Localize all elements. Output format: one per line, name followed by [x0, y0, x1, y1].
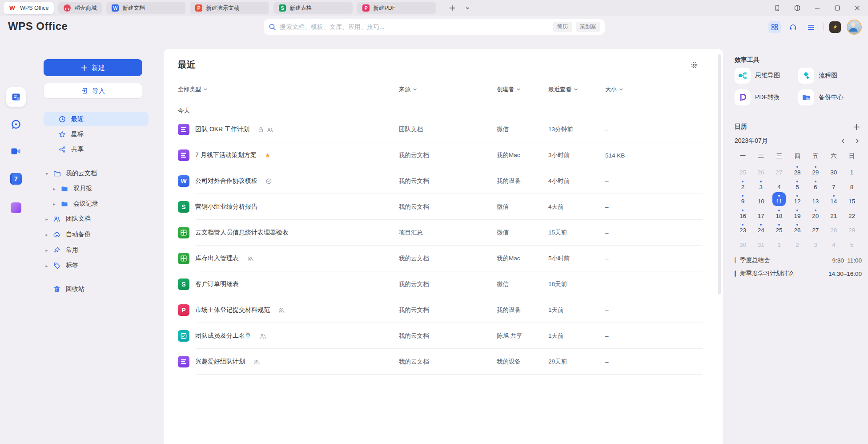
- calendar-day[interactable]: 19: [788, 206, 807, 221]
- calendar-day[interactable]: 4: [770, 178, 788, 192]
- calendar-day[interactable]: 8: [843, 178, 861, 192]
- file-row[interactable]: 云文档管人员信息统计表理器验收 项目汇总 微信 15天前 –: [164, 220, 723, 246]
- rail-item-calendar[interactable]: 7: [10, 173, 22, 185]
- file-row[interactable]: 团队成员及分工名单 我的云文档 陈旭 共享 1天前 –: [164, 323, 723, 349]
- rail-item-messages[interactable]: [10, 119, 22, 130]
- user-avatar[interactable]: [847, 20, 862, 35]
- tool-backup[interactable]: 备份中心: [798, 89, 863, 105]
- filter-1[interactable]: 来源: [399, 85, 497, 93]
- calendar-day[interactable]: 27: [770, 163, 788, 178]
- new-document-button[interactable]: 新建: [44, 59, 142, 76]
- calendar-day[interactable]: 23: [734, 221, 752, 235]
- calendar-day[interactable]: 15: [843, 192, 861, 206]
- sidebar-item-shared[interactable]: 共享: [44, 142, 149, 157]
- calendar-day[interactable]: 30: [734, 235, 752, 250]
- calendar-day[interactable]: 27: [806, 221, 824, 235]
- search-tag[interactable]: 简历: [553, 22, 572, 32]
- file-row[interactable]: 7 月线下活动策划方案 ★ 我的云文档 我的Mac 3小时前 514 KB: [164, 142, 723, 168]
- rail-item-meetings[interactable]: [10, 146, 22, 157]
- tab-pdf[interactable]: P 新建PDF: [357, 2, 436, 14]
- close-button[interactable]: [852, 3, 863, 13]
- import-button[interactable]: 导入: [44, 83, 142, 99]
- calendar-day[interactable]: 16: [734, 206, 752, 221]
- calendar-day[interactable]: 12: [788, 192, 807, 206]
- sidebar-tree-4[interactable]: ▸ 自动备份: [44, 227, 149, 242]
- calendar-next-icon[interactable]: [855, 138, 860, 144]
- calendar-day[interactable]: 24: [752, 221, 770, 235]
- apps-grid-icon[interactable]: [768, 21, 781, 33]
- calendar-day[interactable]: 5: [843, 235, 861, 250]
- file-row[interactable]: 兴趣爱好组队计划 我的云文档 我的设备 29天前 –: [164, 349, 723, 375]
- calendar-day[interactable]: 28: [788, 163, 807, 178]
- sidebar-tree-0[interactable]: ▾ 我的云文档: [44, 166, 149, 181]
- headset-support-icon[interactable]: [787, 21, 799, 33]
- calendar-prev-icon[interactable]: [840, 138, 846, 144]
- caret-right-icon[interactable]: ▸: [44, 217, 50, 222]
- caret-right-icon[interactable]: ▸: [44, 232, 50, 237]
- filter-2[interactable]: 创建者: [497, 85, 548, 93]
- caret-down-icon[interactable]: ▾: [44, 171, 50, 176]
- sidebar-tree-6[interactable]: ▸ 标签: [44, 258, 149, 273]
- calendar-day[interactable]: 21: [824, 206, 843, 221]
- calendar-day[interactable]: 3: [752, 178, 770, 192]
- calendar-day[interactable]: 18: [770, 206, 788, 221]
- calendar-day[interactable]: 25: [770, 221, 788, 235]
- scrollbar[interactable]: [718, 54, 721, 295]
- file-row[interactable]: S 营销小组业绩分析报告 我的云文档 微信 4天前 –: [164, 194, 723, 220]
- search-bar[interactable]: 搜索文档、模板、文库、应用、技巧... 简历策划案: [264, 19, 605, 35]
- file-row[interactable]: 库存出入管理表 我的云文档 我的Mac 5小时前 –: [164, 246, 723, 271]
- calendar-day[interactable]: 25: [734, 163, 752, 178]
- tab-sheet[interactable]: S 新建表格: [273, 2, 353, 14]
- rail-item-apps[interactable]: [11, 202, 21, 213]
- file-row[interactable]: P 市场主体登记提交材料规范 我的云文档 我的设备 1天前 –: [164, 297, 723, 323]
- calendar-day[interactable]: 9: [734, 192, 752, 206]
- mobile-device-icon[interactable]: [772, 3, 783, 13]
- file-row[interactable]: 团队 OKR 工作计划 团队文档 微信 13分钟前 –: [164, 117, 723, 142]
- calendar-day[interactable]: 26: [752, 163, 770, 178]
- rail-item-docs-home[interactable]: [6, 87, 26, 107]
- list-settings-gear-icon[interactable]: [691, 61, 698, 69]
- calendar-day[interactable]: 1: [770, 235, 788, 250]
- filter-0[interactable]: 全部类型: [178, 85, 399, 93]
- maximize-button[interactable]: [832, 3, 843, 13]
- tab-list-chevron-icon[interactable]: [462, 3, 473, 13]
- calendar-day[interactable]: 2: [734, 178, 752, 192]
- calendar-day[interactable]: 14: [824, 192, 843, 206]
- sidebar-item-trash[interactable]: 回收站: [44, 282, 149, 296]
- file-row[interactable]: S 客户订单明细表 我的云文档 微信 18天前 –: [164, 271, 723, 297]
- tab-wps[interactable]: WPS Office: [4, 2, 54, 14]
- caret-right-icon[interactable]: ▸: [51, 186, 57, 191]
- calendar-day[interactable]: 26: [788, 221, 807, 235]
- workspace-box-icon[interactable]: [792, 3, 803, 13]
- calendar-day[interactable]: 20: [806, 206, 824, 221]
- tab-writer[interactable]: W 新建文档: [106, 2, 185, 14]
- add-event-plus-icon[interactable]: [853, 124, 860, 130]
- calendar-day[interactable]: 17: [752, 206, 770, 221]
- tab-ppt[interactable]: P 新建演示文稿: [190, 2, 269, 14]
- minimize-button[interactable]: [812, 3, 823, 13]
- sidebar-tree-3[interactable]: ▸ 团队文档: [44, 212, 149, 226]
- tool-mindmap[interactable]: 思维导图: [735, 68, 798, 84]
- sidebar-tree-2[interactable]: ▸ 会议记录: [44, 197, 156, 211]
- search-tag[interactable]: 策划案: [576, 22, 601, 32]
- calendar-day[interactable]: 31: [752, 235, 770, 250]
- calendar-day[interactable]: 2: [788, 235, 807, 250]
- tab-docer[interactable]: 稻壳商城: [58, 2, 102, 14]
- file-row[interactable]: W 公司对外合作协议模板 我的云文档 我的设备 4小时前 –: [164, 168, 723, 194]
- sidebar-tree-5[interactable]: ▸ 常用: [44, 243, 149, 257]
- calendar-day[interactable]: 1: [843, 163, 861, 178]
- calendar-day[interactable]: 29: [806, 163, 824, 178]
- calendar-day[interactable]: 22: [843, 206, 861, 221]
- caret-right-icon[interactable]: ▸: [51, 202, 57, 206]
- calendar-event[interactable]: 新季度学习计划讨论 14:30–16:00: [735, 267, 862, 280]
- calendar-day[interactable]: 10: [752, 192, 770, 206]
- calendar-day[interactable]: 7: [824, 178, 843, 192]
- tool-pdf-convert[interactable]: PDF转换: [735, 89, 798, 105]
- sidebar-tree-1[interactable]: ▸ 双月报: [44, 182, 156, 196]
- calendar-day[interactable]: 5: [788, 178, 807, 192]
- caret-right-icon[interactable]: ▸: [44, 248, 50, 253]
- calendar-day[interactable]: 29: [843, 221, 861, 235]
- calendar-day[interactable]: 3: [806, 235, 824, 250]
- member-badge-icon[interactable]: [829, 21, 841, 33]
- calendar-day[interactable]: 13: [806, 192, 824, 206]
